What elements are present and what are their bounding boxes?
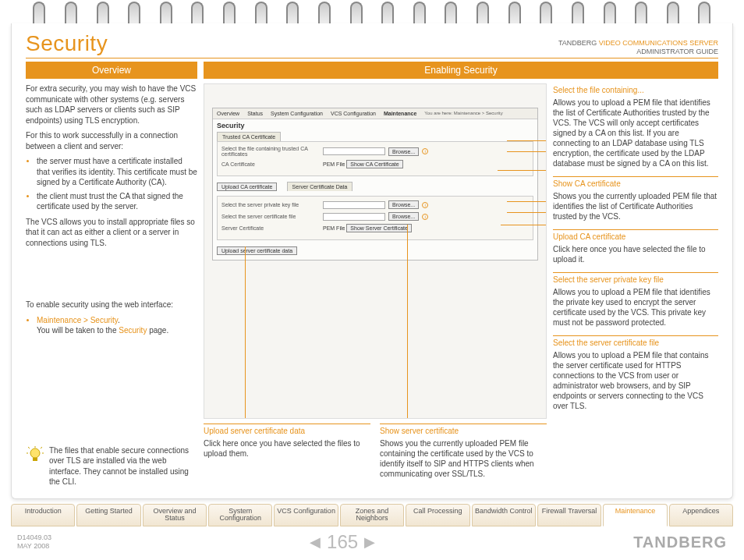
tab-system-config[interactable]: System Configuration (208, 504, 272, 527)
upload-server-cert-button[interactable]: Upload server certificate data (217, 246, 297, 255)
tab-call-processing[interactable]: Call Processing (406, 504, 469, 527)
annot-select-file: Select the file containing... Allows you… (553, 83, 718, 168)
info-icon[interactable]: i (422, 202, 428, 208)
tab-bandwidth[interactable]: Bandwidth Control (472, 504, 536, 527)
page-title: Security (26, 31, 108, 56)
info-icon[interactable]: i (422, 148, 428, 154)
nav-link-maintenance-security[interactable]: Maintenance > Security (37, 316, 118, 324)
overview-body: For extra security, you may wish to have… (26, 83, 197, 487)
footer-docinfo: D14049.03 MAY 2008 (17, 533, 51, 551)
enabling-banner: Enabling Security (204, 62, 718, 79)
svg-line-6 (41, 447, 42, 448)
annot-select-private-key: Select the server private key file Allow… (553, 272, 718, 328)
overview-banner: Overview (26, 62, 197, 79)
tip-text: The files that enable secure connections… (49, 445, 197, 487)
pager: ◀ 165 ▶ (310, 531, 375, 553)
upload-ca-button[interactable]: Upload CA certificate (217, 183, 277, 191)
annot-show-ca: Show CA certificate Shows you the curren… (553, 176, 718, 222)
prev-page-arrow[interactable]: ◀ (310, 533, 321, 551)
show-ca-button[interactable]: Show CA Certificate (346, 160, 402, 168)
annot-upload-ca: Upload CA certificate Click here once yo… (553, 229, 718, 264)
tab-getting-started[interactable]: Getting Started (76, 504, 140, 527)
tab-maintenance[interactable]: Maintenance (603, 504, 667, 527)
svg-line-5 (28, 447, 30, 448)
brand-logo: TANDBERG (633, 533, 727, 551)
tab-introduction[interactable]: Introduction (11, 504, 75, 527)
tab-appendices[interactable]: Appendices (669, 504, 733, 527)
tab-firewall[interactable]: Firewall Traversal (537, 504, 601, 527)
browse-button[interactable]: Browse... (388, 147, 419, 156)
tab-zones[interactable]: Zones and Neighbors (340, 504, 404, 527)
tab-overview-status[interactable]: Overview and Status (143, 504, 207, 527)
page-number: 165 (327, 531, 358, 553)
show-server-cert-button[interactable]: Show Server Certificate (346, 224, 412, 232)
svg-point-0 (30, 448, 40, 458)
next-page-arrow[interactable]: ▶ (364, 533, 375, 551)
annot-select-server-cert: Select the server certificate file Allow… (553, 335, 718, 411)
annot-upload-server-cert: Upload server certificate data Click her… (204, 424, 370, 479)
tab-vcs-config[interactable]: VCS Configuration (274, 504, 338, 527)
nav-link-security-page[interactable]: Security (119, 326, 147, 335)
lightbulb-icon (26, 445, 44, 464)
browse-button[interactable]: Browse... (388, 212, 419, 221)
browse-button[interactable]: Browse... (388, 200, 419, 209)
info-icon[interactable]: i (422, 214, 428, 220)
bottom-nav-tabs: Introduction Getting Started Overview an… (11, 504, 733, 527)
embedded-screenshot: Overview Status System Configuration VCS… (204, 83, 547, 419)
doc-header-right: TANDBERG VIDEO COMMUNICATIONS SERVER ADM… (558, 39, 718, 56)
spiral-binding (0, 0, 744, 23)
svg-rect-1 (33, 458, 37, 461)
annot-show-server-cert: Show server certificate Shows you the cu… (380, 424, 547, 479)
